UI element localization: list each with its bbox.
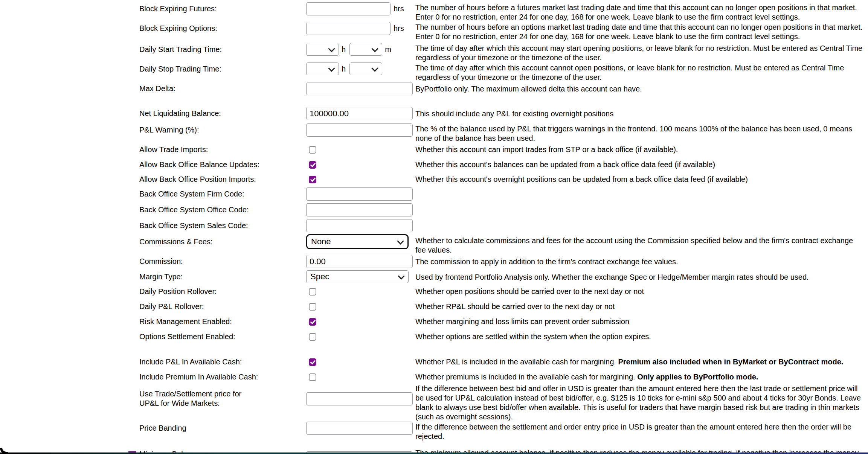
- field-label: Options Settlement Enabled:: [139, 332, 306, 341]
- field-description: Whether to calculate commissions and fee…: [415, 235, 864, 255]
- row-net-liquidating-balance: Net Liquidating Balance: This should inc…: [139, 107, 868, 120]
- field-description: Used by frontend Portfolio Analysis only…: [415, 270, 864, 282]
- bottom-edge-line: [0, 452, 868, 454]
- field-label: Block Expiring Options:: [139, 22, 306, 35]
- stop-hour-select[interactable]: [306, 62, 339, 75]
- row-price-banding: Price Banding If the difference between …: [139, 422, 868, 441]
- row-max-delta: Max Delta: ByPortfolio only. The maximum…: [139, 82, 868, 95]
- row-include-pl-in-available-cash: Include P&L In Available Cash: Whether P…: [139, 357, 868, 367]
- field-label: Include P&L In Available Cash:: [139, 357, 306, 367]
- field-label: Daily Position Rollover:: [139, 287, 306, 296]
- chevron-down-icon: [371, 65, 378, 72]
- start-minute-select[interactable]: [349, 43, 382, 56]
- net-liquidating-balance-input[interactable]: [306, 107, 413, 120]
- field-description: The time of day after which this account…: [415, 43, 864, 62]
- allow-back-office-balance-updates-checkbox[interactable]: [309, 161, 316, 169]
- max-delta-input[interactable]: [306, 82, 413, 95]
- options-settlement-enabled-checkbox[interactable]: [309, 333, 316, 341]
- row-allow-back-office-balance-updates: Allow Back Office Balance Updates: Wheth…: [139, 160, 868, 169]
- row-back-office-firm-code: Back Office System Firm Code:: [139, 187, 868, 201]
- daily-pl-rollover-checkbox[interactable]: [309, 303, 316, 311]
- start-hour-select[interactable]: [306, 43, 339, 56]
- back-office-firm-code-input[interactable]: [306, 187, 413, 201]
- row-margin-type: Margin Type: Spec Used by frontend Portf…: [139, 270, 868, 283]
- row-commission: Commission: The commission to apply in a…: [139, 255, 868, 268]
- back-office-office-code-input[interactable]: [306, 203, 413, 216]
- row-back-office-sales-code: Back Office System Sales Code:: [139, 219, 868, 232]
- commissions-fees-select[interactable]: None: [306, 234, 409, 249]
- field-label: Use Trade/Settlement price for UP&L for …: [139, 389, 306, 408]
- chevron-down-icon: [371, 45, 378, 52]
- field-description: Whether this account's balances can be u…: [415, 160, 864, 169]
- block-expiring-options-input[interactable]: [306, 22, 391, 35]
- commission-input[interactable]: [306, 255, 413, 268]
- hour-unit-label: h: [342, 43, 346, 56]
- include-premium-available-cash-checkbox[interactable]: [309, 373, 316, 381]
- block-expiring-futures-input[interactable]: [306, 2, 391, 15]
- hrs-unit-label: hrs: [394, 22, 404, 35]
- select-value: None: [311, 237, 331, 247]
- field-label: Back Office System Office Code:: [139, 203, 306, 216]
- account-settings-form: Block Expiring Futures: hrs The number o…: [0, 0, 868, 454]
- row-risk-management-enabled: Risk Management Enabled: Whether margini…: [139, 317, 868, 326]
- field-label: Daily Stop Trading Time:: [139, 62, 306, 75]
- pl-warning-input[interactable]: [306, 123, 413, 137]
- allow-back-office-position-imports-checkbox[interactable]: [309, 176, 316, 183]
- field-description: [415, 219, 864, 220]
- chevron-down-icon: [328, 45, 335, 52]
- field-label: Back Office System Firm Code:: [139, 187, 306, 201]
- select-value: Spec: [310, 272, 329, 282]
- row-use-trade-settlement-price: Use Trade/Settlement price for UP&L for …: [139, 384, 868, 422]
- field-label: Daily P&L Rollover:: [139, 302, 306, 311]
- field-description: If the difference between the settlement…: [415, 422, 864, 441]
- hour-unit-label: h: [342, 62, 346, 75]
- field-label: Back Office System Sales Code:: [139, 219, 306, 232]
- field-label: Allow Trade Imports:: [139, 145, 306, 154]
- field-label: Price Banding: [139, 422, 306, 435]
- field-label: Commission:: [139, 255, 306, 268]
- minute-unit-label: m: [385, 43, 391, 56]
- daily-position-rollover-checkbox[interactable]: [309, 288, 316, 296]
- field-label: Commissions & Fees:: [139, 235, 306, 248]
- use-trade-settlement-price-input[interactable]: [306, 392, 413, 405]
- field-description: The commission to apply in addition to t…: [415, 255, 864, 267]
- row-allow-trade-imports: Allow Trade Imports: Whether this accoun…: [139, 145, 868, 154]
- field-description: Whether this account's overnight positio…: [415, 175, 864, 184]
- row-block-expiring-futures: Block Expiring Futures: hrs The number o…: [139, 2, 868, 22]
- field-description: [415, 187, 864, 188]
- field-description: ByPortfolio only. The maximum allowed de…: [415, 82, 864, 94]
- include-pl-available-cash-checkbox[interactable]: [309, 358, 316, 366]
- description-bold-text: Only applies to ByPortfolio mode.: [635, 373, 758, 381]
- field-description: Whether P&L is included in the available…: [415, 357, 864, 367]
- field-description: This should include any P&L for existing…: [415, 107, 864, 119]
- row-include-premium-in-available-cash: Include Premium In Available Cash: Wheth…: [139, 372, 868, 382]
- row-daily-stop-trading-time: Daily Stop Trading Time: h The time of d…: [139, 62, 868, 82]
- field-label: Net Liquidating Balance:: [139, 107, 306, 120]
- field-label: Block Expiring Futures:: [139, 2, 306, 15]
- field-label: Include Premium In Available Cash:: [139, 372, 306, 382]
- hrs-unit-label: hrs: [394, 2, 404, 15]
- field-label: Daily Start Trading Time:: [139, 43, 306, 56]
- row-allow-back-office-position-imports: Allow Back Office Position Imports: Whet…: [139, 175, 868, 184]
- risk-management-enabled-checkbox[interactable]: [309, 318, 316, 326]
- row-back-office-office-code: Back Office System Office Code:: [139, 203, 868, 216]
- field-description: The number of hours before a futures mar…: [415, 2, 864, 22]
- field-label: Risk Management Enabled:: [139, 317, 306, 326]
- field-description: If the difference between best bid and o…: [415, 384, 864, 422]
- chevron-down-icon: [328, 65, 335, 72]
- allow-trade-imports-checkbox[interactable]: [309, 146, 316, 154]
- stop-minute-select[interactable]: [349, 62, 382, 75]
- description-bold-text: Premium also included when in ByMarket o…: [616, 358, 843, 366]
- field-description: Whether RP&L should be carried over to t…: [415, 302, 864, 311]
- field-description: Whether open positions should be carried…: [415, 287, 864, 296]
- row-pl-warning: P&L Warning (%): The % of the balance us…: [139, 123, 868, 143]
- price-banding-input[interactable]: [306, 422, 413, 435]
- chevron-down-icon: [398, 273, 404, 279]
- field-description: Whether this account can import trades f…: [415, 145, 864, 154]
- field-description: The % of the balance used by P&L that tr…: [415, 123, 864, 143]
- margin-type-select[interactable]: Spec: [306, 270, 409, 283]
- field-description: The number of hours before an options ma…: [415, 22, 864, 41]
- back-office-sales-code-input[interactable]: [306, 219, 413, 232]
- chevron-down-icon: [397, 238, 404, 244]
- row-daily-position-rollover: Daily Position Rollover: Whether open po…: [139, 287, 868, 296]
